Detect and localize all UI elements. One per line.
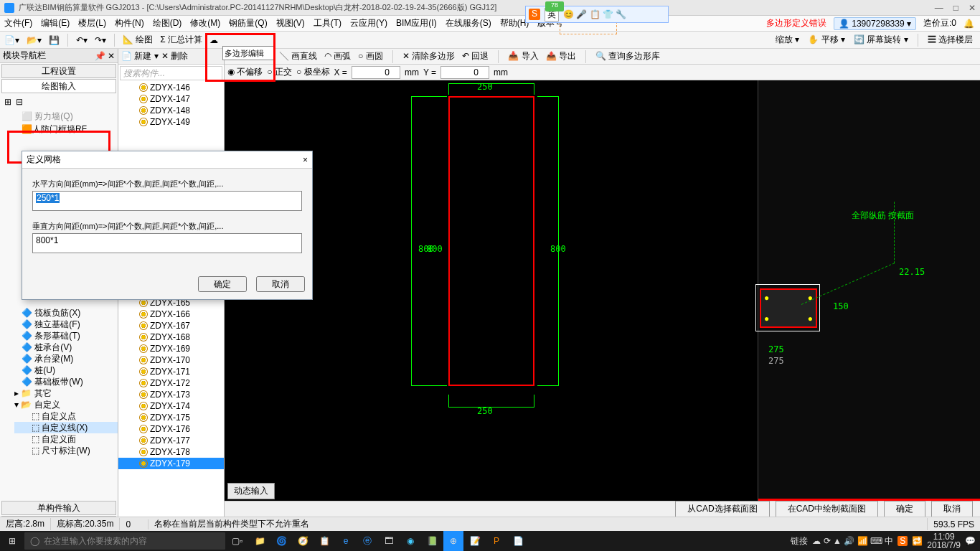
minimize-button[interactable]: —	[935, 3, 943, 13]
menu-edit[interactable]: 编辑(E)	[37, 17, 74, 29]
sogou-tray-icon[interactable]: S	[897, 536, 908, 546]
draw-circle-button[interactable]: ○ 画圆	[358, 50, 383, 62]
menu-online[interactable]: 在线服务(S)	[441, 17, 496, 29]
expand-icon[interactable]: ⊞	[4, 97, 11, 107]
tree-node[interactable]: ▸ 📁 其它	[14, 387, 118, 399]
project-settings-tab[interactable]: 工程设置	[1, 64, 116, 78]
task-icon-7[interactable]: ◉	[400, 531, 420, 551]
close-button[interactable]: ✕	[969, 3, 976, 13]
clear-poly-button[interactable]: ✕ 清除多边形	[402, 50, 455, 62]
cloud-icon[interactable]: ☁	[208, 35, 220, 45]
undo-icon[interactable]: ↶▾	[75, 35, 89, 45]
poly-edit-popup[interactable]: 多边形编辑	[222, 46, 275, 60]
menu-tools[interactable]: 工具(T)	[309, 17, 346, 29]
polar-radio[interactable]: ○ 极坐标	[296, 66, 330, 78]
pan-button[interactable]: ✋ 平移 ▾	[806, 34, 847, 47]
start-button[interactable]: ⊞	[0, 531, 24, 551]
menu-view[interactable]: 视图(V)	[272, 17, 309, 29]
user-id[interactable]: 👤 13907298339 ▾	[834, 17, 916, 30]
list-item[interactable]: ZDYX-179	[118, 458, 224, 469]
list-item[interactable]: ZDYX-146	[118, 82, 224, 93]
cad-draw-button[interactable]: 在CAD中绘制截面图	[776, 501, 878, 517]
task-icon-10[interactable]: 📝	[465, 531, 485, 551]
tree-node[interactable]: ⬚ 自定义点	[14, 410, 118, 422]
select-floor-button[interactable]: ☰ 选择楼层	[926, 34, 974, 47]
dialog-close-button[interactable]: ×	[303, 155, 308, 165]
task-icon-12[interactable]: 📄	[508, 531, 528, 551]
tree-node[interactable]: 🔷 桩(U)	[14, 364, 118, 376]
new-file-icon[interactable]: 📄▾	[3, 35, 21, 45]
h-spacing-input[interactable]: 250*1	[32, 191, 302, 211]
redo-icon[interactable]: ↷▾	[93, 35, 108, 45]
tree-node[interactable]: ⬚ 尺寸标注(W)	[14, 445, 118, 456]
maximize-button[interactable]: □	[953, 3, 958, 13]
list-item[interactable]: ZDYX-166	[118, 309, 224, 320]
section-canvas[interactable]: 全部纵筋 按截面 ● ● ● ● 22.15 150 275 275	[758, 80, 980, 501]
task-icon-9[interactable]: ⊕	[443, 531, 463, 551]
draw-arc-button[interactable]: ◠ 画弧	[324, 50, 351, 62]
open-file-icon[interactable]: 📂▾	[25, 35, 43, 45]
task-icon-edge[interactable]: e	[336, 531, 356, 551]
task-icon-2[interactable]: 🌀	[271, 531, 291, 551]
tree-node[interactable]: 🔷 桩承台(V)	[14, 342, 118, 353]
search-input[interactable]: 搜索构件...	[120, 66, 222, 80]
cad-select-button[interactable]: 从CAD选择截面图	[675, 501, 769, 517]
menu-rebar[interactable]: 钢筋量(Q)	[225, 17, 271, 29]
task-icon-ie[interactable]: ⓔ	[357, 531, 377, 551]
dialog-ok-button[interactable]: 确定	[198, 276, 247, 292]
pin-icon[interactable]: 📌 ✕	[95, 51, 115, 61]
link-label[interactable]: 链接	[791, 535, 808, 547]
dialog-cancel-button[interactable]: 取消	[256, 276, 305, 292]
menu-bim[interactable]: BIM应用(I)	[392, 17, 441, 29]
list-item[interactable]: ZDYX-174	[118, 400, 224, 412]
taskbar-search[interactable]: ◯ 在这里输入你要搜索的内容	[24, 532, 225, 550]
list-item[interactable]: ZDYX-170	[118, 354, 224, 366]
list-item[interactable]: ZDYX-176	[118, 423, 224, 435]
list-item[interactable]: ZDYX-168	[118, 331, 224, 343]
y-input[interactable]	[440, 66, 489, 79]
new-button[interactable]: 📄 新建 ▾	[121, 50, 159, 62]
draw-button[interactable]: 📐 绘图	[121, 34, 154, 46]
shear-wall-node[interactable]: ⬜ 剪力墙(Q)	[0, 110, 118, 123]
list-item[interactable]: ZDYX-178	[118, 446, 224, 458]
delete-button[interactable]: ✕ 删除	[161, 50, 188, 62]
sum-button[interactable]: Σ 汇总计算	[159, 34, 204, 46]
rf-wall-node[interactable]: 🟧 人防门框墙RF	[0, 123, 118, 136]
task-icon-3[interactable]: 🧭	[293, 531, 313, 551]
ok-button[interactable]: 确定	[884, 501, 925, 517]
menu-modify[interactable]: 修改(M)	[186, 17, 225, 29]
list-item[interactable]: ZDYX-175	[118, 412, 224, 423]
tree-node[interactable]: 🔷 条形基础(T)	[14, 330, 118, 342]
tree-node[interactable]: 🔷 基础板带(W)	[14, 376, 118, 387]
task-icon-1[interactable]: 📁	[250, 531, 270, 551]
list-item[interactable]: ZDYX-149	[118, 116, 224, 128]
menu-file[interactable]: 文件(F)	[0, 17, 37, 29]
list-item[interactable]: ZDYX-172	[118, 377, 224, 389]
list-item[interactable]: ZDYX-167	[118, 320, 224, 331]
list-item[interactable]: ZDYX-171	[118, 366, 224, 377]
zoom-button[interactable]: 缩放 ▾	[774, 34, 801, 47]
collapse-icon[interactable]: ⊟	[16, 97, 23, 107]
import-button[interactable]: 📥 导入	[508, 50, 538, 62]
menu-component[interactable]: 构件(N)	[110, 17, 149, 29]
v-spacing-input[interactable]: 800*1	[32, 233, 302, 253]
menu-cloud[interactable]: 云应用(Y)	[346, 17, 392, 29]
task-icon-11[interactable]: P	[486, 531, 507, 551]
tray-icons[interactable]: ☁ ⟳ ▲ 🔊 📶 ⌨ 中	[812, 535, 893, 547]
draw-line-button[interactable]: ╲ 画直线	[280, 50, 316, 62]
list-item[interactable]: ZDYX-148	[118, 105, 224, 116]
task-icon-6[interactable]: 🗔	[379, 531, 399, 551]
menu-draw[interactable]: 绘图(D)	[149, 17, 187, 29]
tree-node[interactable]: ▾ 📂 自定义	[14, 399, 118, 410]
rotate-button[interactable]: 🔄 屏幕旋转 ▾	[852, 34, 910, 47]
list-item[interactable]: ZDYX-147	[118, 93, 224, 105]
task-icon-8[interactable]: 📗	[422, 531, 442, 551]
menu-floor[interactable]: 楼层(L)	[74, 17, 110, 29]
list-item[interactable]: ZDYX-177	[118, 435, 224, 446]
no-offset-radio[interactable]: ◉ 不偏移	[227, 66, 263, 78]
tree-node[interactable]: 🔷 筏板负筋(X)	[14, 307, 118, 319]
task-icon-4[interactable]: 📋	[314, 531, 334, 551]
single-input-tab[interactable]: 单构件输入	[1, 501, 116, 515]
query-poly-button[interactable]: 🔍 查询多边形库	[595, 50, 660, 62]
undo-button[interactable]: ↶ 回退	[462, 50, 489, 62]
